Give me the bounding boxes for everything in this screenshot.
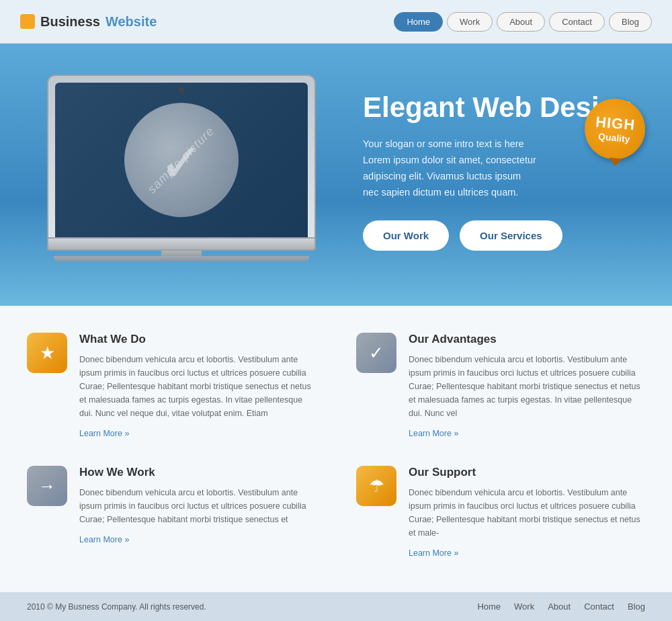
nav-blog[interactable]: Blog bbox=[609, 12, 652, 32]
features-grid: ★ What We Do Donec bibendum vehicula arc… bbox=[27, 333, 645, 558]
laptop-screen-outer: ✓ sample picture bbox=[47, 75, 316, 239]
laptop-foot bbox=[54, 256, 309, 261]
feature-how-we-work: → How We Work Donec bibendum vehicula ar… bbox=[27, 466, 316, 558]
feature-our-advantages-text: Donec bibendum vehicula arcu et lobortis… bbox=[409, 353, 645, 420]
learn-more-what-we-do[interactable]: Learn More » bbox=[79, 429, 129, 438]
checkmark-circle-icon: ✓ bbox=[356, 333, 396, 373]
logo-website-text: Website bbox=[106, 14, 157, 30]
footer-nav-contact[interactable]: Contact bbox=[584, 602, 614, 612]
umbrella-icon: ☂ bbox=[356, 466, 396, 506]
nav-contact[interactable]: Contact bbox=[549, 12, 605, 32]
feature-our-support-title: Our Support bbox=[409, 466, 645, 479]
feature-what-we-do: ★ What We Do Donec bibendum vehicula arc… bbox=[27, 333, 316, 439]
our-work-button[interactable]: Our Work bbox=[363, 220, 449, 251]
feature-our-advantages-title: Our Advantages bbox=[409, 333, 645, 346]
footer-nav: Home Work About Contact Blog bbox=[477, 602, 645, 612]
feature-our-support: ☂ Our Support Donec bibendum vehicula ar… bbox=[356, 466, 645, 558]
feature-what-we-do-title: What We Do bbox=[79, 333, 316, 346]
feature-our-support-text: Donec bibendum vehicula arcu et lobortis… bbox=[409, 486, 645, 540]
logo-business-text: Business bbox=[40, 14, 100, 30]
learn-more-advantages[interactable]: Learn More » bbox=[409, 429, 458, 438]
feature-our-support-body: Our Support Donec bibendum vehicula arcu… bbox=[409, 466, 645, 558]
logo-icon bbox=[20, 14, 35, 29]
laptop-base bbox=[47, 239, 316, 251]
quality-tab bbox=[608, 157, 622, 167]
footer-nav-about[interactable]: About bbox=[548, 602, 571, 612]
logo: Business Website bbox=[20, 14, 157, 30]
feature-how-we-work-body: How We Work Donec bibendum vehicula arcu… bbox=[79, 466, 316, 558]
webcam bbox=[179, 87, 184, 92]
header: Business Website Home Work About Contact… bbox=[0, 0, 672, 44]
feature-how-we-work-title: How We Work bbox=[79, 466, 316, 479]
features-section: ★ What We Do Donec bibendum vehicula arc… bbox=[0, 306, 672, 592]
footer-nav-work[interactable]: Work bbox=[514, 602, 534, 612]
learn-more-how-we-work[interactable]: Learn More » bbox=[79, 535, 129, 544]
laptop-mockup: ✓ sample picture bbox=[47, 75, 316, 261]
nav-work[interactable]: Work bbox=[447, 12, 493, 32]
feature-how-we-work-text: Donec bibendum vehicula arcu et lobortis… bbox=[79, 486, 316, 526]
laptop-screen: ✓ sample picture bbox=[55, 83, 308, 237]
nav-about[interactable]: About bbox=[497, 12, 545, 32]
feature-what-we-do-text: Donec bibendum vehicula arcu et lobortis… bbox=[79, 353, 316, 420]
learn-more-support[interactable]: Learn More » bbox=[409, 548, 458, 558]
nav-home[interactable]: Home bbox=[394, 12, 443, 32]
hero-laptop-area: ✓ sample picture bbox=[27, 75, 336, 268]
footer-nav-home[interactable]: Home bbox=[477, 602, 501, 612]
sample-circle: ✓ sample picture bbox=[124, 103, 239, 217]
footer: 2010 © My Busness Company. All rights re… bbox=[0, 592, 672, 621]
arrow-icon: → bbox=[27, 466, 67, 506]
footer-nav-blog[interactable]: Blog bbox=[628, 602, 645, 612]
copyright-text: 2010 © My Busness Company. All rights re… bbox=[27, 602, 206, 612]
hero-buttons: Our Work Our Services bbox=[363, 220, 645, 251]
feature-what-we-do-body: What We Do Donec bibendum vehicula arcu … bbox=[79, 333, 316, 439]
hero-content: Elegant Web Design Your slogan or some i… bbox=[336, 92, 645, 251]
laptop-stand bbox=[161, 251, 202, 256]
feature-our-advantages-body: Our Advantages Donec bibendum vehicula a… bbox=[409, 333, 645, 439]
quality-word-text: Quality bbox=[598, 130, 631, 144]
our-services-button[interactable]: Our Services bbox=[460, 220, 562, 251]
main-nav: Home Work About Contact Blog bbox=[394, 12, 652, 32]
hero-section: ✓ sample picture Elegant Web Design Your… bbox=[0, 44, 672, 306]
star-icon: ★ bbox=[27, 333, 67, 373]
feature-our-advantages: ✓ Our Advantages Donec bibendum vehicula… bbox=[356, 333, 645, 439]
